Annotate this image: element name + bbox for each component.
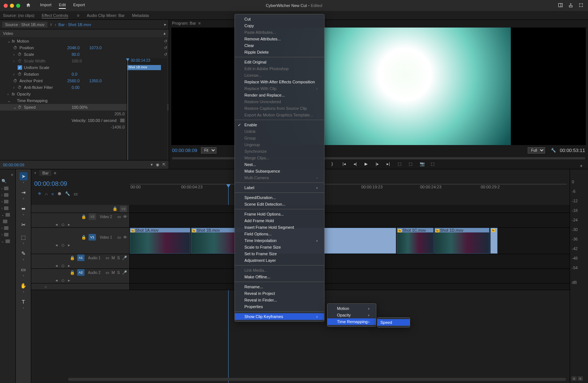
menu-item-frame-hold-options-[interactable]: Frame Hold Options... — [235, 211, 324, 217]
menu-item-field-options-[interactable]: Field Options... — [235, 231, 324, 237]
track-v1[interactable]: V1 — [89, 234, 96, 241]
clip-link[interactable]: Bar · Shot 1B.mov — [58, 22, 91, 27]
timeremap-label[interactable]: Time Remapping — [17, 98, 65, 103]
motion-label[interactable]: Motion — [17, 39, 65, 43]
speed-value[interactable]: 100.00% — [72, 105, 87, 109]
track-a1[interactable]: A1 — [77, 254, 85, 261]
menu-item-speed[interactable]: Speed — [377, 319, 410, 326]
menu-item-render-and-replace-[interactable]: Render and Replace... — [235, 92, 324, 98]
filter-icon[interactable]: ▾ — [151, 162, 153, 167]
menu-item-make-offline-[interactable]: Make Offline... — [235, 274, 324, 280]
clip-shot1a[interactable]: fxShot 1A.mov — [130, 228, 190, 254]
speed-label[interactable]: Speed — [24, 105, 72, 109]
panel-menu-icon[interactable]: ≡ — [198, 21, 200, 25]
source-pulldown[interactable]: Source · Shot 1B.mov — [2, 22, 47, 28]
panel-menu-icon[interactable]: ≡ — [77, 13, 79, 18]
maximize-window[interactable] — [16, 4, 20, 8]
mark-out-icon[interactable]: } — [331, 162, 337, 167]
track-select-tool[interactable]: ⇥ — [19, 188, 28, 196]
stopwatch-icon[interactable]: ⏱ — [13, 46, 18, 50]
eye-icon[interactable]: 👁 — [123, 214, 127, 219]
menu-item-edit-original[interactable]: Edit Original — [235, 59, 324, 65]
fx-icon[interactable]: ▭ — [117, 214, 121, 219]
menu-edit[interactable]: Edit — [59, 3, 66, 9]
track-a2[interactable]: A2 — [77, 269, 85, 276]
scrub-bar[interactable] — [172, 157, 585, 159]
resolution-select[interactable]: Full — [528, 147, 545, 153]
menu-item-motion[interactable]: Motion› — [327, 305, 376, 312]
solo-l[interactable]: S — [571, 376, 577, 381]
menu-item-label[interactable]: Label› — [235, 184, 324, 191]
scroll-up-icon[interactable]: ▴ — [164, 31, 166, 36]
menu-item-reveal-in-finder-[interactable]: Reveal in Finder... — [235, 297, 324, 303]
linked-selection-icon[interactable]: ⎆ — [51, 192, 54, 196]
play-icon[interactable]: ▶ — [365, 162, 370, 167]
track-v2[interactable]: V2 — [89, 213, 96, 220]
search-icon[interactable]: 🔍 — [1, 179, 7, 183]
menu-export[interactable]: Export — [73, 3, 85, 9]
menu-item-clear[interactable]: Clear — [235, 42, 324, 49]
menu-item-show-clip-keyframes[interactable]: Show Clip Keyframes› — [235, 313, 324, 320]
menu-item-time-remapping[interactable]: Time Remapping› — [327, 318, 376, 325]
menu-import[interactable]: Import — [40, 3, 51, 9]
pos-x[interactable]: 2048.0 — [67, 46, 89, 50]
add-marker-icon[interactable]: ⬣ — [58, 191, 61, 196]
export-frame-icon[interactable]: 📷 — [420, 162, 426, 167]
mini-playhead[interactable] — [128, 58, 128, 160]
metadata-tab[interactable]: Metadata — [132, 13, 149, 18]
reset-icon[interactable]: ↺ — [164, 46, 167, 50]
reset-icon[interactable]: ↺ — [164, 39, 167, 44]
snap-icon[interactable]: ⁜ — [38, 191, 41, 196]
bin-icon[interactable] — [4, 206, 8, 210]
program-tab[interactable]: Program: Bar — [172, 21, 196, 25]
razor-tool[interactable]: ✂ — [19, 221, 28, 229]
caption-icon[interactable]: cc — [74, 192, 78, 196]
home-icon[interactable] — [26, 3, 31, 8]
workspace-layout-icon[interactable] — [558, 3, 564, 8]
clip-icon[interactable] — [3, 220, 7, 223]
ripple-tool[interactable]: ⬌ — [19, 205, 28, 213]
clip-shot1d[interactable]: fxShot 1D.mov — [434, 228, 490, 254]
step-fwd-icon[interactable]: |▸ — [376, 162, 381, 167]
selection-tool[interactable]: ➤ — [19, 172, 28, 180]
menu-item-make-subsequence[interactable]: Make Subsequence — [235, 168, 324, 174]
export-icon[interactable]: ⇱ — [162, 162, 166, 167]
menu-item-nest-[interactable]: Nest... — [235, 161, 324, 168]
bin-icon[interactable] — [4, 187, 8, 190]
hand-tool[interactable]: ✋ — [19, 282, 28, 290]
menu-item-properties[interactable]: Properties — [235, 303, 324, 310]
menu-item-opacity[interactable]: Opacity› — [327, 312, 376, 318]
menu-item-rename-[interactable]: Rename... — [235, 283, 324, 290]
current-timecode[interactable]: 00:00:08:09 — [172, 148, 197, 153]
pos-y[interactable]: 1073.0 — [89, 46, 111, 50]
bin-icon[interactable] — [6, 213, 10, 217]
add-button-icon[interactable]: ＋ — [579, 163, 585, 169]
effect-controls-tab[interactable]: Effect Controls — [42, 13, 68, 18]
timeline-scrollbar[interactable] — [68, 378, 566, 381]
track-v3[interactable]: V3 — [120, 206, 127, 212]
fx-icon[interactable]: ▭ — [117, 235, 121, 240]
menu-item-scale-to-frame-size[interactable]: Scale to Frame Size — [235, 244, 324, 250]
sequence-timecode[interactable]: 00:00:08:09 — [34, 180, 67, 188]
bin-icon[interactable] — [4, 226, 8, 230]
step-back-icon[interactable]: ◂| — [354, 162, 359, 167]
menu-item-speed-duration-[interactable]: Speed/Duration... — [235, 194, 324, 201]
menu-item-insert-frame-hold-segment[interactable]: Insert Frame Hold Segment — [235, 224, 324, 231]
menu-item-scene-edit-detection-[interactable]: Scene Edit Detection... — [235, 201, 324, 207]
settings-wrench-icon[interactable]: 🔧 — [551, 148, 556, 153]
footer-timecode[interactable]: 00:00:08:09 — [3, 163, 24, 167]
compare-icon[interactable]: ⬚ — [431, 162, 437, 167]
opacity-label[interactable]: Opacity — [17, 92, 65, 96]
zoom-fit-select[interactable]: Fit — [201, 147, 216, 153]
panel-menu-icon[interactable]: ≡ — [54, 171, 56, 175]
menu-item-add-frame-hold[interactable]: Add Frame Hold — [235, 217, 324, 224]
close-tab-icon[interactable]: × — [34, 171, 36, 175]
audio-mixer-tab[interactable]: Audio Clip Mixer: Bar — [87, 13, 125, 18]
slip-tool[interactable]: ⬚ — [19, 233, 28, 241]
go-to-in-icon[interactable]: |◂ — [343, 162, 348, 167]
lift-icon[interactable]: ⬚ — [398, 162, 404, 167]
eye-icon[interactable]: 👁 — [123, 235, 127, 240]
minimize-window[interactable] — [10, 4, 14, 8]
bin-icon[interactable] — [4, 233, 8, 236]
bin-icon[interactable] — [4, 193, 8, 197]
